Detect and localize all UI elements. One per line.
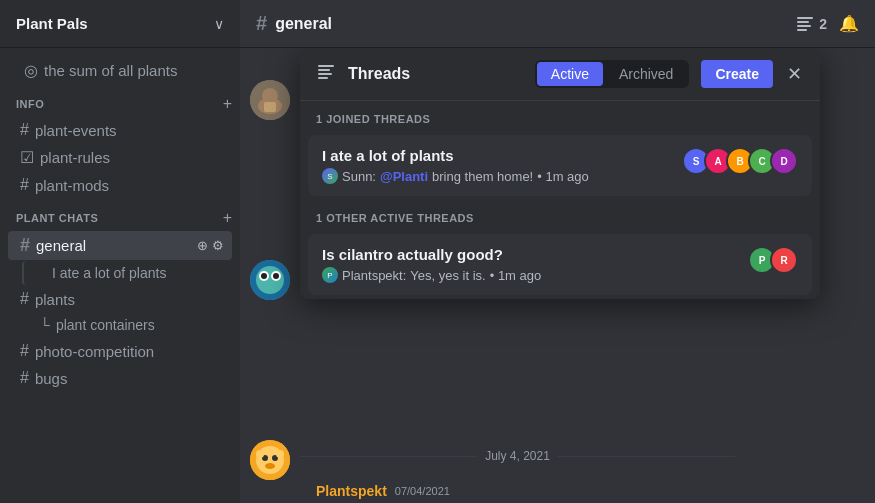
- hash-icon: #: [20, 121, 29, 139]
- hash-icon: #: [20, 342, 29, 360]
- sidebar-item-bugs[interactable]: # bugs: [8, 365, 232, 391]
- threads-button[interactable]: 2: [795, 14, 827, 34]
- hash-icon: #: [20, 235, 30, 256]
- joined-threads-label: 1 JOINED THREADS: [316, 113, 430, 125]
- add-plant-chat-button[interactable]: +: [223, 210, 232, 226]
- svg-rect-23: [318, 73, 332, 75]
- preview-username: Sunn:: [342, 169, 376, 184]
- sidebar-item-plant-rules[interactable]: ☑ plant-rules: [8, 144, 232, 171]
- svg-point-13: [273, 273, 279, 279]
- sidebar-item-plants[interactable]: # plants: [8, 286, 232, 312]
- plant-chats-section-header: PLANT CHATS +: [0, 206, 240, 230]
- date-separator: July 4, 2021: [300, 449, 735, 463]
- close-threads-button[interactable]: ✕: [785, 61, 804, 87]
- create-thread-button[interactable]: Create: [701, 60, 773, 88]
- server-name: Plant Pals: [16, 15, 88, 32]
- info-section-header: INFO +: [0, 92, 240, 116]
- svg-point-18: [265, 463, 275, 469]
- svg-rect-1: [797, 21, 809, 23]
- bottom-message: Plantspekt 07/04/2021: [240, 479, 875, 503]
- sidebar-item-label: plant containers: [56, 317, 224, 333]
- header-right: 2 🔔: [795, 14, 859, 34]
- preview-user-icon: S: [322, 168, 338, 184]
- sidebar-item-sum-of-plants[interactable]: ◎ the sum of all plants: [8, 57, 232, 84]
- plant-chats-section-label: PLANT CHATS: [16, 212, 98, 224]
- thread-avatars: S A B C D: [682, 147, 798, 175]
- info-section-label: INFO: [16, 98, 44, 110]
- main-content: # general 2 🔔: [240, 0, 875, 503]
- date-line-left: [300, 456, 477, 457]
- svg-point-6: [262, 88, 278, 104]
- thread-title: Is cilantro actually good?: [322, 246, 736, 263]
- other-threads-label: 1 OTHER ACTIVE THREADS: [316, 212, 474, 224]
- avatar: [250, 80, 290, 120]
- bell-icon[interactable]: 🔔: [839, 14, 859, 33]
- add-channel-button[interactable]: +: [223, 96, 232, 112]
- threads-panel-header: Threads Active Archived Create ✕: [300, 48, 820, 101]
- preview-mention: @Planti: [380, 169, 428, 184]
- channel-actions: ⊕ ⚙: [197, 238, 224, 253]
- sidebar-item-label: plant-events: [35, 122, 224, 139]
- date-line-right: [558, 456, 735, 457]
- preview-time: • 1m ago: [490, 268, 542, 283]
- message-time: 07/04/2021: [395, 485, 450, 497]
- sidebar-item-plant-containers[interactable]: └ plant containers: [8, 313, 232, 337]
- server-header[interactable]: Plant Pals ∨: [0, 0, 240, 48]
- avatar: [250, 440, 290, 480]
- channel-hash-icon: #: [256, 12, 267, 35]
- threads-tab-group: Active Archived: [535, 60, 690, 88]
- svg-rect-22: [318, 69, 330, 71]
- svg-point-12: [261, 273, 267, 279]
- sidebar-item-label: I ate a lot of plants: [52, 265, 224, 281]
- svg-point-19: [256, 450, 264, 458]
- svg-rect-24: [318, 77, 328, 79]
- hash-icon: #: [20, 290, 29, 308]
- thread-card-cilantro[interactable]: Is cilantro actually good? P Plantspekt:…: [308, 234, 812, 295]
- gear-icon[interactable]: ⚙: [212, 238, 224, 253]
- hash-icon: #: [20, 369, 29, 387]
- sidebar-item-plant-events[interactable]: # plant-events: [8, 117, 232, 143]
- chat-avatars-left: [240, 48, 300, 488]
- hash-icon: #: [20, 176, 29, 194]
- avatar: [250, 260, 290, 300]
- sidebar-item-label: plant-rules: [40, 149, 224, 166]
- date-text: July 4, 2021: [485, 449, 550, 463]
- thread-card-info: Is cilantro actually good? P Plantspekt:…: [322, 246, 736, 283]
- sidebar-item-label: plant-mods: [35, 177, 224, 194]
- chevron-down-icon: ∨: [214, 16, 224, 32]
- mention-icon: ◎: [24, 61, 38, 80]
- sidebar-item-plant-mods[interactable]: # plant-mods: [8, 172, 232, 198]
- joined-threads-section: 1 JOINED THREADS: [300, 101, 820, 131]
- sidebar-item-thread-plants[interactable]: I ate a lot of plants: [22, 261, 232, 285]
- sidebar-item-label: plants: [35, 291, 224, 308]
- preview-user-icon: P: [322, 267, 338, 283]
- sidebar-item-photo-competition[interactable]: # photo-competition: [8, 338, 232, 364]
- threads-panel-title: Threads: [348, 65, 523, 83]
- threads-icon: [795, 14, 815, 34]
- thread-title: I ate a lot of plants: [322, 147, 670, 164]
- thread-card-info: I ate a lot of plants S Sunn: @Planti br…: [322, 147, 670, 184]
- svg-point-20: [276, 450, 284, 458]
- sidebar: Plant Pals ∨ ◎ the sum of all plants INF…: [0, 0, 240, 503]
- threads-panel-icon: [316, 62, 336, 86]
- sidebar-content: ◎ the sum of all plants INFO + # plant-e…: [0, 48, 240, 503]
- message-username: Plantspekt: [316, 483, 387, 499]
- sidebar-item-label: photo-competition: [35, 343, 224, 360]
- sidebar-item-label: the sum of all plants: [44, 62, 224, 79]
- add-member-icon[interactable]: ⊕: [197, 238, 208, 253]
- other-threads-section: 1 OTHER ACTIVE THREADS: [300, 200, 820, 230]
- avatar: D: [770, 147, 798, 175]
- thread-preview: P Plantspekt: Yes, yes it is. • 1m ago: [322, 267, 736, 283]
- sidebar-item-general[interactable]: # general ⊕ ⚙: [8, 231, 232, 260]
- sub-channel-icon: └: [40, 317, 50, 333]
- svg-rect-0: [797, 17, 813, 19]
- checkbox-icon: ☑: [20, 148, 34, 167]
- preview-time: • 1m ago: [537, 169, 589, 184]
- preview-text: Yes, yes it is.: [410, 268, 485, 283]
- svg-rect-2: [797, 25, 811, 27]
- thread-card-ate-plants[interactable]: I ate a lot of plants S Sunn: @Planti br…: [308, 135, 812, 196]
- svg-rect-3: [797, 29, 807, 31]
- tab-active[interactable]: Active: [537, 62, 603, 86]
- thread-avatars: P R: [748, 246, 798, 274]
- tab-archived[interactable]: Archived: [605, 62, 687, 86]
